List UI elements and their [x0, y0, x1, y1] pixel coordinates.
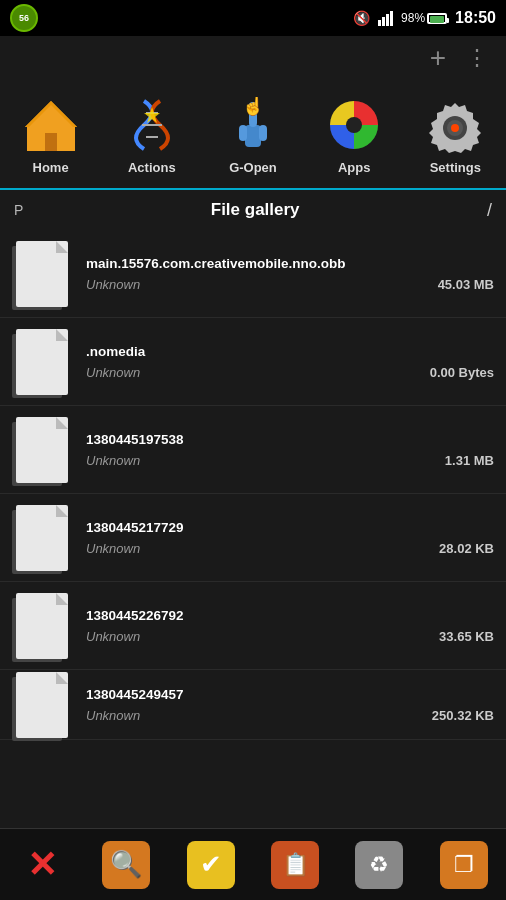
file-meta: Unknown 28.02 KB [86, 541, 494, 556]
nav-label-home: Home [33, 160, 69, 175]
list-item[interactable]: 1380445197538 Unknown 1.31 MB [0, 406, 506, 494]
top-action-bar: + ⋮ [0, 36, 506, 80]
file-thumb [12, 326, 72, 398]
file-info: 1380445197538 Unknown 1.31 MB [86, 431, 494, 468]
check-icon: ✔ [200, 849, 222, 880]
status-right: 🔇 98% 18:50 [353, 9, 496, 27]
file-name: 1380445217729 [86, 519, 494, 537]
path-slash: / [487, 200, 492, 221]
signal-badge: 56 [10, 4, 38, 32]
nav-item-apps[interactable]: Apps [309, 94, 399, 175]
home-icon-wrap [20, 94, 82, 156]
bottom-toolbar: ✕ 🔍 ✔ 📋 ♻ ❐ [0, 828, 506, 900]
file-meta: Unknown 1.31 MB [86, 453, 494, 468]
copy-icon: ❐ [454, 852, 474, 878]
nav-label-actions: Actions [128, 160, 176, 175]
home-icon [23, 97, 79, 153]
file-list: main.15576.com.creativemobile.nno.obb Un… [0, 230, 506, 828]
file-type: Unknown [86, 365, 140, 380]
nav-label-apps: Apps [338, 160, 371, 175]
apps-icon-wrap [323, 94, 385, 156]
signal-percent: 56 [19, 13, 29, 23]
copy-button[interactable]: ❐ [437, 838, 491, 892]
battery-icon: 98% [401, 11, 447, 25]
pie-icon [326, 97, 382, 153]
battery-visual [427, 13, 447, 24]
more-icon[interactable]: ⋮ [466, 45, 490, 71]
settings-icon-wrap [424, 94, 486, 156]
file-size: 45.03 MB [438, 277, 494, 292]
file-info: 1380445226792 Unknown 33.65 KB [86, 607, 494, 644]
search-button[interactable]: 🔍 [99, 838, 153, 892]
nav-item-gopen[interactable]: ☝ G-Open [208, 94, 298, 175]
search-icon-wrap: 🔍 [102, 841, 150, 889]
file-size: 33.65 KB [439, 629, 494, 644]
file-size: 1.31 MB [445, 453, 494, 468]
file-size: 250.32 KB [432, 708, 494, 723]
file-type: Unknown [86, 277, 140, 292]
recycle-icon: ♻ [369, 852, 389, 878]
nav-item-settings[interactable]: Settings [410, 94, 500, 175]
dna-icon [124, 97, 180, 153]
status-left: 56 [10, 4, 38, 32]
hand-icon: ☝ [225, 97, 281, 153]
status-bar: 56 🔇 98% 18:50 [0, 0, 506, 36]
clipboard-button[interactable]: 📋 [268, 838, 322, 892]
file-thumb [12, 502, 72, 574]
file-thumb [12, 669, 72, 741]
battery-percent: 98% [401, 11, 425, 25]
add-icon[interactable]: + [430, 42, 446, 74]
file-meta: Unknown 33.65 KB [86, 629, 494, 644]
svg-rect-9 [239, 125, 247, 141]
file-meta: Unknown 250.32 KB [86, 708, 494, 723]
file-info: main.15576.com.creativemobile.nno.obb Un… [86, 255, 494, 292]
page-title: File gallery [23, 200, 487, 220]
file-name: 1380445249457 [86, 686, 494, 704]
file-size: 28.02 KB [439, 541, 494, 556]
copy-icon-wrap: ❐ [440, 841, 488, 889]
file-thumb [12, 414, 72, 486]
check-button[interactable]: ✔ [184, 838, 238, 892]
list-item[interactable]: 1380445249457 Unknown 250.32 KB [0, 670, 506, 740]
file-type: Unknown [86, 541, 140, 556]
recycle-icon-wrap: ♻ [355, 841, 403, 889]
svg-text:☝: ☝ [242, 97, 265, 117]
nav-bar: Home Actions [0, 80, 506, 190]
gopen-icon-wrap: ☝ [222, 94, 284, 156]
list-item[interactable]: main.15576.com.creativemobile.nno.obb Un… [0, 230, 506, 318]
file-size: 0.00 Bytes [430, 365, 494, 380]
file-name: main.15576.com.creativemobile.nno.obb [86, 255, 494, 273]
list-item[interactable]: 1380445217729 Unknown 28.02 KB [0, 494, 506, 582]
file-info: 1380445249457 Unknown 250.32 KB [86, 686, 494, 723]
nav-item-home[interactable]: Home [6, 94, 96, 175]
file-thumb [12, 590, 72, 662]
svg-rect-10 [259, 125, 267, 141]
file-info: .nomedia Unknown 0.00 Bytes [86, 343, 494, 380]
close-icon: ✕ [27, 844, 57, 886]
file-name: .nomedia [86, 343, 494, 361]
svg-rect-7 [245, 125, 261, 147]
clipboard-icon: 📋 [282, 852, 309, 878]
actions-icon-wrap [121, 94, 183, 156]
search-icon: 🔍 [110, 849, 142, 880]
file-thumb [12, 238, 72, 310]
file-name: 1380445197538 [86, 431, 494, 449]
nav-item-actions[interactable]: Actions [107, 94, 197, 175]
list-item[interactable]: .nomedia Unknown 0.00 Bytes [0, 318, 506, 406]
mute-icon: 🔇 [353, 10, 370, 26]
svg-point-17 [451, 124, 459, 132]
close-button[interactable]: ✕ [15, 838, 69, 892]
recycle-button[interactable]: ♻ [352, 838, 406, 892]
file-info: 1380445217729 Unknown 28.02 KB [86, 519, 494, 556]
gear-icon [427, 97, 483, 153]
clipboard-icon-wrap: 📋 [271, 841, 319, 889]
file-type: Unknown [86, 453, 140, 468]
list-item[interactable]: 1380445226792 Unknown 33.65 KB [0, 582, 506, 670]
path-hint: P [14, 202, 23, 218]
file-meta: Unknown 45.03 MB [86, 277, 494, 292]
svg-rect-2 [45, 133, 57, 151]
title-bar: P File gallery / [0, 190, 506, 230]
clock: 18:50 [455, 9, 496, 27]
file-type: Unknown [86, 708, 140, 723]
file-meta: Unknown 0.00 Bytes [86, 365, 494, 380]
